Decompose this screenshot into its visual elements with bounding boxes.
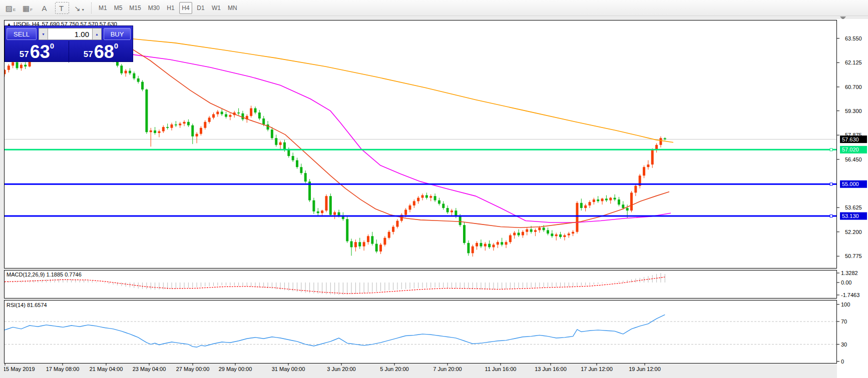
sell-price-main: 63 [30,44,50,60]
rsi-label: RSI(14) 81.6574 [7,302,47,308]
tab-timeframe-W1[interactable]: W1 [209,2,223,14]
svg-text:1.3282: 1.3282 [841,270,858,276]
svg-text:59.300: 59.300 [845,108,862,114]
svg-text:62.125: 62.125 [845,60,862,66]
tab-timeframe-M1[interactable]: M1 [96,2,110,14]
svg-text:56.450: 56.450 [845,156,862,162]
svg-text:50.775: 50.775 [845,253,862,259]
tab-timeframe-M15[interactable]: M15 [127,2,143,14]
timeframe-toolbar: M1M5M15M30H1H4D1W1MN [96,2,242,14]
svg-text:5 Jun 20:00: 5 Jun 20:00 [380,366,409,372]
svg-text:15 May 2019: 15 May 2019 [4,366,35,372]
volume-input[interactable] [48,28,92,40]
svg-text:27 May 00:00: 27 May 00:00 [176,366,210,372]
svg-text:7 Jun 20:00: 7 Jun 20:00 [433,366,462,372]
svg-text:0.00: 0.00 [841,280,851,286]
buy-price-main: 68 [94,44,114,60]
buy-button[interactable]: BUY [104,28,131,40]
buy-price-display[interactable]: 57 68 0 [69,41,133,62]
rsi-panel [5,300,837,364]
svg-text:31 May 00:00: 31 May 00:00 [272,366,305,372]
svg-text:70: 70 [841,318,847,324]
volume-increase-button[interactable]: ▲ [92,28,102,40]
svg-text:30: 30 [841,342,847,348]
macd-panel [5,270,837,298]
svg-text:-1.7463: -1.7463 [841,292,859,298]
tab-timeframe-D1[interactable]: D1 [194,2,207,14]
buy-price-int: 57 [84,50,93,60]
svg-text:52.200: 52.200 [845,229,862,235]
hline-handle [830,183,832,186]
tab-timeframe-H4[interactable]: H4 [179,2,192,14]
indicators-tool-icon[interactable]: ▨E [4,2,18,14]
svg-text:21 May 04:00: 21 May 04:00 [90,366,123,372]
macd-label: MACD(12,26,9) 1.1885 0.7746 [7,272,82,278]
svg-text:53.625: 53.625 [845,204,862,210]
chart-canvas[interactable]: 63.55062.12560.70059.30057.87556.45053.6… [4,19,868,378]
svg-text:29 May 00:00: 29 May 00:00 [219,366,252,372]
text-label-tool-icon[interactable]: A [38,2,52,14]
tab-timeframe-M30[interactable]: M30 [146,2,162,14]
svg-text:11 Jun 16:00: 11 Jun 16:00 [485,366,517,372]
toolbar-separator [91,2,92,14]
text-box-tool-icon[interactable]: T [55,2,69,14]
svg-text:13 Jun 16:00: 13 Jun 16:00 [535,366,567,372]
volume-decrease-button[interactable]: ▼ [39,28,48,40]
svg-text:19 Jun 12:00: 19 Jun 12:00 [629,366,661,372]
tab-timeframe-H1[interactable]: H1 [164,2,177,14]
tab-timeframe-MN[interactable]: MN [225,2,240,14]
top-toolbar: ▨E▦FAT↘▾ M1M5M15M30H1H4D1W1MN [0,0,868,16]
svg-text:17 May 08:00: 17 May 08:00 [46,366,80,372]
svg-text:63.550: 63.550 [845,36,862,42]
svg-text:17 Jun 12:00: 17 Jun 12:00 [581,366,613,372]
chart-window[interactable]: ▲ USOil-,H4 57.690 57.750 57.570 57.630 … [4,19,868,378]
sell-price-display[interactable]: 57 63 0 [5,41,69,62]
buy-price-pip: 0 [114,42,118,50]
svg-text:53.130: 53.130 [842,213,859,219]
one-click-trading-panel: SELL ▼ ▲ BUY 57 63 0 57 68 0 [5,26,133,62]
object-tools-group: ▨E▦FAT↘▾ [4,2,89,14]
svg-text:3 Jun 20:00: 3 Jun 20:00 [327,366,356,372]
svg-text:23 May 04:00: 23 May 04:00 [133,366,166,372]
hline-handle [830,215,832,218]
svg-text:57.630: 57.630 [842,136,859,142]
application-window: ▨E▦FAT↘▾ M1M5M15M30H1H4D1W1MN ▲ USOil-,H… [0,0,868,378]
hline-handle [830,148,832,151]
time-axis: 15 May 201917 May 08:0021 May 04:0023 Ma… [4,364,661,372]
svg-text:60.700: 60.700 [845,84,862,90]
arrows-objects-tool-icon[interactable]: ↘▾ [72,2,86,14]
svg-text:100: 100 [841,302,850,308]
svg-text:55.000: 55.000 [842,181,859,187]
sell-price-int: 57 [20,50,29,60]
sell-button[interactable]: SELL [7,28,37,40]
sell-price-pip: 0 [50,42,54,50]
svg-text:0: 0 [841,358,844,364]
svg-text:57.020: 57.020 [842,146,859,152]
tab-timeframe-M5[interactable]: M5 [112,2,125,14]
grid-tool-icon[interactable]: ▦F [21,2,35,14]
